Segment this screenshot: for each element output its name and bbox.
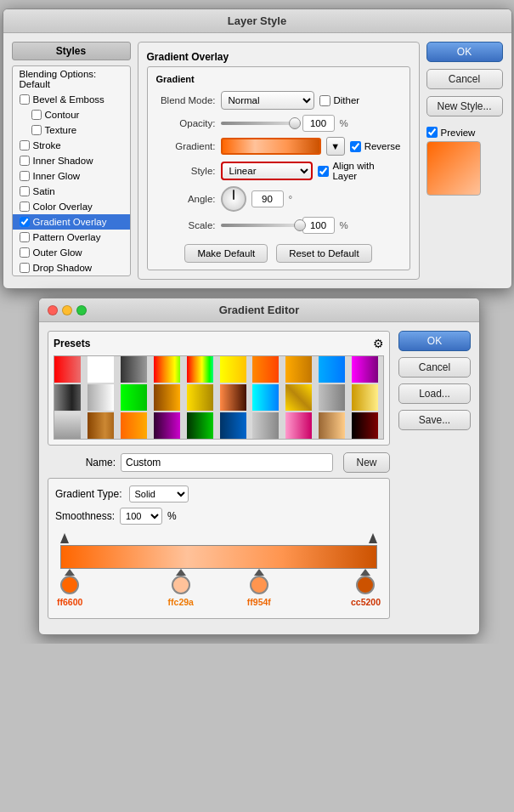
name-input[interactable] [121, 453, 333, 472]
preset-swatch-1[interactable] [88, 356, 114, 383]
opacity-slider-track[interactable] [221, 122, 297, 125]
opacity-marker-left[interactable] [60, 533, 69, 543]
scale-value[interactable] [302, 217, 335, 234]
dither-check[interactable] [319, 95, 330, 106]
satin-item[interactable]: Satin [13, 184, 130, 199]
blend-mode-select[interactable]: Normal [221, 91, 314, 110]
preset-swatch-23[interactable] [154, 412, 180, 439]
color-stop-0[interactable]: ff6600 [57, 569, 82, 607]
scale-slider-thumb[interactable] [294, 219, 306, 231]
satin-check[interactable] [20, 186, 30, 196]
align-layer-check[interactable] [318, 166, 329, 177]
opacity-slider-thumb[interactable] [289, 117, 301, 129]
gradient-bar-main[interactable] [60, 545, 377, 569]
preset-swatch-19[interactable] [352, 384, 378, 411]
color-overlay-item[interactable]: Color Overlay [13, 199, 130, 214]
preset-swatch-8[interactable] [319, 356, 345, 383]
preset-swatch-7[interactable] [285, 356, 312, 383]
pattern-overlay-item[interactable]: Pattern Overlay [13, 230, 130, 245]
stop-circle-3[interactable] [356, 576, 375, 594]
blend-mode-row: Blend Mode: Normal Dither [156, 91, 401, 110]
reset-to-default-button[interactable]: Reset to Default [276, 244, 371, 263]
preset-swatch-20[interactable] [54, 412, 81, 439]
drop-shadow-check[interactable] [20, 263, 30, 273]
maximize-button[interactable] [76, 305, 87, 315]
drop-shadow-item[interactable]: Drop Shadow [13, 260, 130, 275]
scale-slider-track[interactable] [221, 224, 297, 227]
stop-circle-0[interactable] [60, 576, 79, 594]
angle-dial[interactable] [221, 186, 246, 212]
blending-options-item[interactable]: Blending Options: Default [13, 66, 130, 92]
gradient-overlay-item[interactable]: Gradient Overlay [13, 214, 130, 230]
color-stop-3[interactable]: cc5200 [351, 569, 381, 607]
new-style-button[interactable]: New Style... [426, 96, 503, 116]
minimize-button[interactable] [62, 305, 72, 315]
preset-swatch-0[interactable] [54, 356, 81, 383]
reverse-check[interactable] [350, 141, 361, 152]
contour-check[interactable] [31, 110, 42, 120]
preset-swatch-26[interactable] [252, 412, 279, 439]
preset-swatch-5[interactable] [220, 356, 246, 383]
pattern-overlay-check[interactable] [20, 232, 30, 242]
contour-item[interactable]: Contour [13, 107, 130, 122]
preset-swatch-18[interactable] [319, 384, 345, 411]
stroke-check[interactable] [20, 140, 30, 150]
preset-swatch-24[interactable] [187, 412, 213, 439]
inner-shadow-item[interactable]: Inner Shadow [13, 153, 130, 168]
preset-swatch-9[interactable] [352, 356, 378, 383]
preset-swatch-22[interactable] [121, 412, 147, 439]
preset-swatch-17[interactable] [285, 384, 312, 411]
gear-icon[interactable]: ⚙ [373, 337, 384, 350]
angle-value[interactable] [251, 190, 284, 207]
ge-cancel-button[interactable]: Cancel [398, 357, 471, 378]
new-gradient-button[interactable]: New [343, 452, 390, 473]
preset-swatch-12[interactable] [121, 384, 147, 411]
gradient-dropdown-btn[interactable]: ▼ [326, 137, 345, 156]
preset-swatch-11[interactable] [88, 384, 114, 411]
texture-item[interactable]: Texture [13, 122, 130, 138]
preset-swatch-27[interactable] [285, 412, 312, 439]
texture-check[interactable] [31, 125, 42, 135]
color-overlay-check[interactable] [20, 202, 30, 212]
preset-swatch-10[interactable] [54, 384, 81, 411]
preset-swatch-29[interactable] [352, 412, 378, 439]
bevel-emboss-item[interactable]: Bevel & Emboss [13, 92, 130, 107]
ok-button[interactable]: OK [426, 42, 503, 62]
opacity-value[interactable] [302, 115, 335, 132]
stroke-item[interactable]: Stroke [13, 138, 130, 153]
preset-swatch-28[interactable] [319, 412, 345, 439]
gradient-overlay-check[interactable] [20, 217, 30, 227]
cancel-button[interactable]: Cancel [426, 69, 503, 89]
ge-ok-button[interactable]: OK [398, 331, 471, 351]
make-default-button[interactable]: Make Default [184, 244, 268, 263]
color-stop-2[interactable]: ff954f [247, 569, 271, 607]
preset-swatch-2[interactable] [121, 356, 147, 383]
color-stop-1[interactable]: ffc29a [168, 569, 194, 607]
stop-circle-1[interactable] [172, 576, 190, 594]
inner-glow-item[interactable]: Inner Glow [13, 168, 130, 184]
opacity-marker-right[interactable] [369, 533, 377, 543]
ge-load-button[interactable]: Load... [398, 383, 471, 404]
gradient-preview[interactable] [221, 138, 321, 155]
style-select[interactable]: Linear Radial Angle Reflected Diamond [221, 162, 313, 180]
preset-swatch-25[interactable] [220, 412, 246, 439]
preset-swatch-13[interactable] [154, 384, 180, 411]
stop-circle-2[interactable] [250, 576, 268, 594]
preset-swatch-16[interactable] [252, 384, 279, 411]
close-button[interactable] [48, 305, 58, 315]
preset-swatch-14[interactable] [187, 384, 213, 411]
preset-swatch-6[interactable] [252, 356, 279, 383]
preset-swatch-21[interactable] [88, 412, 114, 439]
ge-save-button[interactable]: Save... [398, 410, 471, 430]
preset-swatch-4[interactable] [187, 356, 213, 383]
bevel-emboss-check[interactable] [20, 94, 30, 105]
inner-glow-check[interactable] [20, 171, 30, 181]
preview-check[interactable] [426, 127, 438, 138]
gradient-type-select[interactable]: Solid Noise [129, 485, 189, 503]
preset-swatch-15[interactable] [220, 384, 246, 411]
preset-swatch-3[interactable] [154, 356, 180, 383]
outer-glow-item[interactable]: Outer Glow [13, 245, 130, 260]
smoothness-select[interactable]: 100 [120, 508, 162, 525]
outer-glow-check[interactable] [20, 247, 30, 258]
inner-shadow-check[interactable] [20, 156, 30, 166]
